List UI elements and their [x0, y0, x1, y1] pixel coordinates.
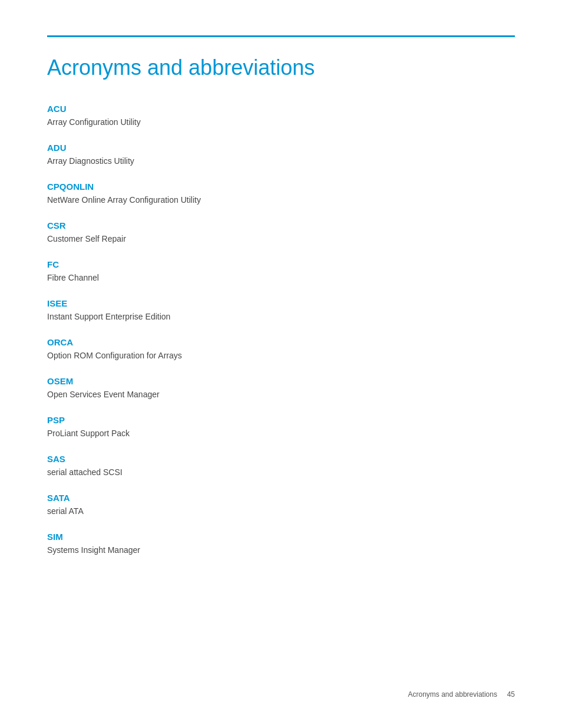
acronym-item: ORCAOption ROM Configuration for Arrays: [47, 337, 515, 362]
acronym-list: ACUArray Configuration UtilityADUArray D…: [47, 104, 515, 556]
acronym-definition-fc: Fibre Channel: [47, 272, 515, 284]
acronym-term-isee: ISEE: [47, 298, 515, 308]
acronym-term-orca: ORCA: [47, 337, 515, 347]
footer-label: Acronyms and abbreviations: [408, 690, 497, 699]
acronym-item: FCFibre Channel: [47, 259, 515, 284]
acronym-term-osem: OSEM: [47, 376, 515, 386]
acronym-definition-psp: ProLiant Support Pack: [47, 427, 515, 440]
acronym-term-acu: ACU: [47, 104, 515, 114]
acronym-item: SATAserial ATA: [47, 493, 515, 518]
acronym-definition-adu: Array Diagnostics Utility: [47, 155, 515, 167]
acronym-definition-sim: Systems Insight Manager: [47, 544, 515, 556]
acronym-term-psp: PSP: [47, 415, 515, 425]
acronym-definition-csr: Customer Self Repair: [47, 233, 515, 245]
acronym-item: SASserial attached SCSI: [47, 454, 515, 479]
acronym-item: CPQONLINNetWare Online Array Configurati…: [47, 182, 515, 206]
acronym-item: ISEEInstant Support Enterprise Edition: [47, 298, 515, 323]
acronym-item: SIMSystems Insight Manager: [47, 532, 515, 556]
acronym-definition-acu: Array Configuration Utility: [47, 116, 515, 129]
acronym-item: ADUArray Diagnostics Utility: [47, 143, 515, 167]
acronym-definition-sata: serial ATA: [47, 505, 515, 518]
acronym-item: CSRCustomer Self Repair: [47, 220, 515, 245]
acronym-definition-sas: serial attached SCSI: [47, 466, 515, 479]
acronym-definition-isee: Instant Support Enterprise Edition: [47, 311, 515, 323]
top-border: [47, 35, 515, 37]
acronym-definition-orca: Option ROM Configuration for Arrays: [47, 350, 515, 362]
footer-separator: [499, 690, 505, 699]
acronym-term-csr: CSR: [47, 220, 515, 230]
page-container: Acronyms and abbreviations ACUArray Conf…: [0, 0, 562, 728]
acronym-term-sas: SAS: [47, 454, 515, 464]
acronym-item: PSPProLiant Support Pack: [47, 415, 515, 440]
acronym-item: ACUArray Configuration Utility: [47, 104, 515, 129]
page-title: Acronyms and abbreviations: [47, 55, 515, 80]
acronym-definition-osem: Open Services Event Manager: [47, 388, 515, 401]
acronym-term-cpqonlin: CPQONLIN: [47, 182, 515, 192]
acronym-term-adu: ADU: [47, 143, 515, 153]
acronym-term-fc: FC: [47, 259, 515, 269]
page-footer: Acronyms and abbreviations 45: [408, 690, 515, 699]
acronym-item: OSEMOpen Services Event Manager: [47, 376, 515, 401]
acronym-term-sim: SIM: [47, 532, 515, 542]
acronym-definition-cpqonlin: NetWare Online Array Configuration Utili…: [47, 194, 515, 206]
footer-page-number: 45: [507, 690, 515, 699]
acronym-term-sata: SATA: [47, 493, 515, 503]
